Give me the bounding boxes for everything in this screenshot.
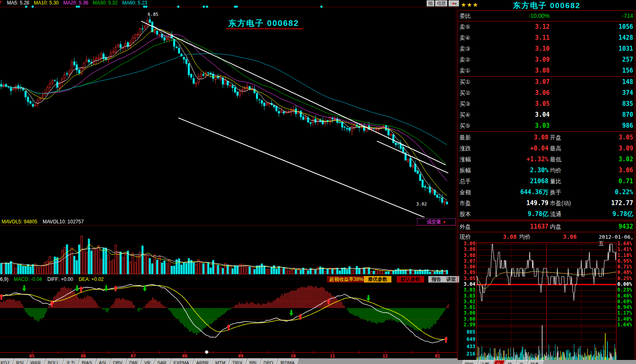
tab-label: BIAS [82,360,92,364]
bid-row-3[interactable]: 买③3.05835 [458,98,635,109]
best-params-button[interactable]: 最优参数 [364,276,391,283]
ask-row-2[interactable]: 卖②3.09257 [458,54,635,65]
detail-label: 市盈 [460,198,488,209]
axis-tick [412,351,412,354]
detail-label: 量比 [550,176,582,187]
indicator-tab-sar[interactable]: SAR [154,358,171,364]
detail-row: 市盈149.79市盈(动)172.77 [458,198,635,209]
indicator-tab-bbi[interactable]: BBI [246,358,261,364]
class-button[interactable]: 讲堂 [443,276,459,283]
intraday-price-tick: 3.00 [458,310,475,316]
intraday-chart[interactable] [476,242,617,361]
tab-label: OBV [113,360,122,364]
indicator-tab-dmi[interactable]: DMI [126,358,142,364]
indicator-tab-bias[interactable]: BIAS [79,358,97,364]
quote-panel: ★★★ 东方电子 000682 委比-10.00%-714卖⑤3.121056卖… [458,0,636,364]
detail-label: 均价 [550,165,582,176]
indicator-tab-kdj[interactable]: KDJ [0,358,13,364]
ask-row-3[interactable]: 卖③3.101031 [458,43,635,54]
panel-tab-3[interactable]: 笔 [505,360,517,364]
bid-volume: 374 [579,88,633,98]
axis-tick [359,351,359,354]
tab-label: W&R [30,360,41,364]
indicator-tab-boll[interactable]: BOLL [44,358,63,364]
low-price-annotation: 3.02 [416,201,427,207]
panel-tab-0[interactable]: 明细 [462,360,478,364]
intraday-vol-tick: 216 [458,351,475,357]
ask-row-1[interactable]: 卖①3.08156 [458,65,635,76]
macd-chart[interactable] [0,283,458,352]
info-button[interactable]: 信息 [435,0,447,6]
indicator-tab-新dma[interactable]: 新DMA [277,358,299,364]
ask-row-5[interactable]: 卖⑤3.121056 [458,21,635,32]
report-button[interactable]: 报告 [428,276,445,283]
detail-label: 开盘 [550,132,582,143]
indicator-tab-expma[interactable]: EXPMA [170,358,193,364]
intraday-price-tick: 3.04 [458,281,475,287]
intraday-price-tick: 3.00 [458,316,475,322]
intraday-pct-tick: 0.71% [617,264,635,270]
indicator-tab-asi[interactable]: ASI [96,358,111,364]
indicator-tab-arbr[interactable]: ARBR [193,358,213,364]
ask-row-4[interactable]: 卖④3.111428 [458,32,635,43]
tab-label: ASI [99,360,106,364]
panel-tab-1[interactable]: 诊断 [477,360,494,364]
indicator-tab-mtm[interactable]: MTM [212,358,230,364]
panel-tab-5[interactable]: 财务 [527,360,544,364]
intraday-pct-tick: 0.00% [617,281,635,287]
detail-label: 涨幅 [460,154,488,165]
indicator-tab-rsi[interactable]: RSI [13,358,28,364]
indicator-tab-dpo[interactable]: DPO [260,358,278,364]
axis-tick [385,350,386,355]
detail-label: 总手 [460,176,488,187]
bid-price: 3.03 [506,120,550,131]
panel-tab-2[interactable]: 分 [493,360,505,364]
partial-symbol-label: 子 [0,0,2,6]
intraday-vol-tick: 649 [458,336,475,342]
weibi-pct: -10.00% [506,11,550,21]
peak-price-annotation: 6.85 [148,12,159,17]
detail-label: 最新 [460,132,488,143]
volume-chart[interactable] [0,226,458,275]
volume-indicator-dropdown[interactable]: 成交量 ▼ [417,218,456,225]
detail-value: 3.05 [581,132,633,143]
intraday-price-tick: 2.99 [458,322,475,328]
ask-price: 3.11 [506,32,550,43]
bid-row-4[interactable]: 买④3.04870 [458,109,635,120]
default-params-button[interactable]: 默认参数 [397,276,424,283]
detail-label: 换手 [550,187,582,198]
tab-label: DPO [264,360,273,364]
indicator-button[interactable]: 指 [427,0,434,6]
bid-row-2[interactable]: 买②3.06374 [458,88,635,98]
indicator-tabbar: KDJRSIW&RBOLL主力BIASASIOBVDMIVRSAREXPMAAR… [0,358,299,364]
indicator-tab-trix[interactable]: TRIX [229,358,247,364]
intraday-price-tick: 3.03 [458,287,475,293]
tab-label: BOLL [47,360,59,364]
chevron-down-icon: ▼ [443,220,446,224]
panel-divider-dotline [456,7,456,358]
kline-chart[interactable] [0,8,458,217]
bid-row-1[interactable]: 买①3.07148 [458,77,635,88]
detail-value: 21068 [498,176,548,187]
indicator-tab-obv[interactable]: OBV [110,358,127,364]
bid-row-5[interactable]: 买⑤3.03986 [458,120,635,131]
ask-label: 卖② [460,54,484,65]
avg-price-value: 3.06 [563,233,577,240]
divider [458,131,635,132]
detail-label: 振幅 [460,165,488,176]
intraday-pct-tick: 1.17% [617,310,635,316]
indicator-tab-vr[interactable]: VR [141,358,155,364]
ask-label: 卖③ [460,43,484,54]
excess-return-badge: 超额收益率38% [327,276,366,283]
ask-label: 卖⑤ [460,21,484,32]
ask-price: 3.12 [506,21,550,32]
current-price-label: 现价 [460,233,471,241]
indicator-tab-主力[interactable]: 主力 [63,358,80,364]
detail-value: 172.77 [581,198,633,209]
indicator-tab-w&r[interactable]: W&R [27,358,45,364]
ask-price: 3.08 [506,65,550,76]
tab-label: DMI [129,360,138,364]
bid-volume: 870 [579,109,633,120]
panel-tab-4[interactable]: 价 [516,360,528,364]
divider [458,220,635,220]
